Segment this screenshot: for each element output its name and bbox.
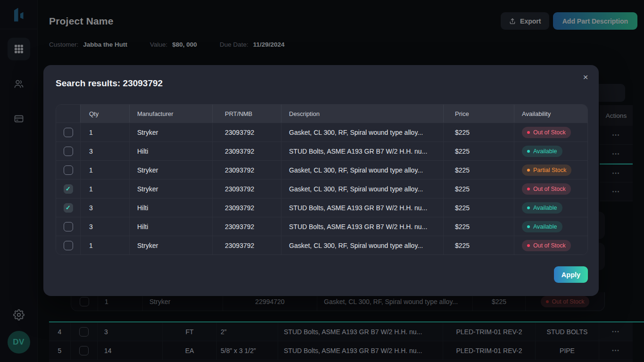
table-row[interactable]: 1 Stryker 23093792 Gasket, CL 300, RF, S… (56, 236, 587, 255)
header-availability: Availability (514, 105, 587, 123)
cell-manufacturer: Stryker (130, 236, 213, 255)
status-dot (527, 206, 530, 209)
row-checkbox[interactable]: ✓ (64, 184, 73, 194)
cell-manufacturer: Hilti (130, 217, 213, 236)
cell-description: Gasket, CL 300, RF, Spiral wound type al… (281, 123, 444, 141)
cell-price: $225 (444, 236, 514, 255)
status-dot (527, 225, 530, 228)
cell-manufacturer: Hilti (130, 142, 213, 160)
cell-qty: 1 (81, 236, 130, 255)
table-row[interactable]: 3 Hilti 23093792 STUD Bolts, ASME A193 G… (56, 141, 587, 160)
availability-badge: Out of Stock (522, 127, 571, 138)
availability-badge: Out of Stock (522, 183, 571, 195)
status-dot (527, 150, 530, 153)
row-checkbox[interactable]: ✓ (64, 203, 73, 213)
cell-price: $225 (444, 217, 514, 236)
cell-description: STUD Bolts, ASME A193 GR B7 W/2 H.H. nu.… (281, 217, 444, 236)
row-checkbox[interactable] (64, 128, 73, 137)
availability-badge: Out of Stock (522, 240, 571, 251)
table-row[interactable]: ✓ 1 Stryker 23093792 Gasket, CL 300, RF,… (56, 179, 587, 198)
cell-manufacturer: Stryker (130, 161, 213, 179)
cell-manufacturer: Stryker (130, 123, 213, 141)
cell-prt-nmb: 23093792 (213, 123, 281, 141)
cell-qty: 3 (81, 198, 130, 217)
status-dot (527, 169, 530, 172)
cell-price: $225 (444, 161, 514, 179)
availability-badge: Partial Stock (522, 165, 571, 176)
cell-description: STUD Bolts, ASME A193 GR B7 W/2 H.H. nu.… (281, 198, 444, 217)
cell-prt-nmb: 23093792 (213, 217, 281, 236)
apply-button[interactable]: Apply (554, 266, 588, 283)
row-checkbox[interactable] (64, 165, 73, 175)
cell-manufacturer: Stryker (130, 180, 213, 198)
header-qty: Qty (81, 105, 130, 123)
availability-badge: Available (522, 146, 562, 157)
cell-qty: 1 (81, 161, 130, 179)
cell-prt-nmb: 23093792 (213, 198, 281, 217)
cell-prt-nmb: 23093792 (213, 142, 281, 160)
availability-badge: Available (522, 221, 562, 232)
cell-description: Gasket, CL 300, RF, Spiral wound type al… (281, 161, 444, 179)
header-checkbox-cell (56, 105, 81, 123)
cell-prt-nmb: 23093792 (213, 180, 281, 198)
search-query: 23093792 (123, 78, 163, 88)
table-header-row: Qty Manufacturer PRT/NMB Description Pri… (56, 105, 587, 123)
close-icon[interactable]: × (580, 72, 591, 83)
row-checkbox[interactable] (64, 222, 73, 231)
modal-title: Search results: 23093792 (43, 65, 599, 89)
row-checkbox[interactable] (64, 147, 73, 156)
header-price: Price (444, 105, 514, 123)
cell-qty: 3 (81, 142, 130, 160)
cell-price: $225 (444, 180, 514, 198)
table-row[interactable]: 1 Stryker 23093792 Gasket, CL 300, RF, S… (56, 123, 587, 141)
table-row[interactable]: 1 Stryker 23093792 Gasket, CL 300, RF, S… (56, 160, 587, 179)
cell-prt-nmb: 23093792 (213, 236, 281, 255)
cell-prt-nmb: 23093792 (213, 161, 281, 179)
cell-qty: 1 (81, 180, 130, 198)
cell-description: STUD Bolts, ASME A193 GR B7 W/2 H.H. nu.… (281, 142, 444, 160)
cell-qty: 1 (81, 123, 130, 141)
cell-manufacturer: Hilti (130, 198, 213, 217)
status-dot (527, 131, 530, 134)
cell-price: $225 (444, 123, 514, 141)
header-description: Description (281, 105, 444, 123)
availability-badge: Available (522, 202, 562, 214)
row-checkbox[interactable] (64, 241, 73, 250)
cell-qty: 3 (81, 217, 130, 236)
search-results-modal: × Search results: 23093792 Qty Manufactu… (43, 65, 599, 296)
table-row[interactable]: 3 Hilti 23093792 STUD Bolts, ASME A193 G… (56, 217, 587, 236)
cell-price: $225 (444, 198, 514, 217)
header-prt-nmb: PRT/NMB (213, 105, 281, 123)
status-dot (527, 188, 530, 190)
cell-description: Gasket, CL 300, RF, Spiral wound type al… (281, 236, 444, 255)
header-manufacturer: Manufacturer (130, 105, 213, 123)
app-root: DV Project Name Export Add Part Descript… (0, 0, 644, 362)
status-dot (527, 244, 530, 247)
cell-price: $225 (444, 142, 514, 160)
table-row[interactable]: ✓ 3 Hilti 23093792 STUD Bolts, ASME A193… (56, 198, 587, 217)
cell-description: Gasket, CL 300, RF, Spiral wound type al… (281, 180, 444, 198)
search-results-table: Qty Manufacturer PRT/NMB Description Pri… (56, 104, 588, 255)
